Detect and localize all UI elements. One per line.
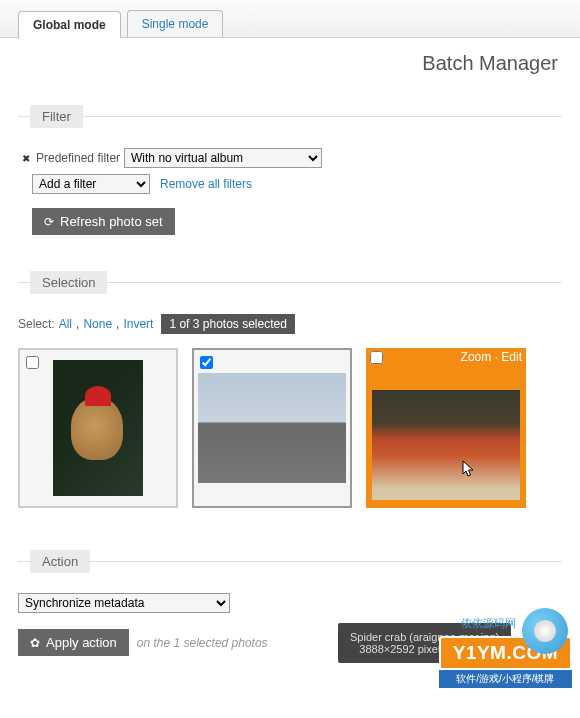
thumbnail-1[interactable] bbox=[18, 348, 178, 508]
remove-all-filters-link[interactable]: Remove all filters bbox=[160, 177, 252, 191]
selection-fieldset: Selection Select: All, None, Invert 1 of… bbox=[18, 271, 562, 528]
tab-single-mode[interactable]: Single mode bbox=[127, 10, 224, 37]
refresh-icon: ⟳ bbox=[44, 215, 54, 229]
select-label: Select: bbox=[18, 317, 55, 331]
add-filter-select[interactable]: Add a filter bbox=[32, 174, 150, 194]
filter-fieldset: Filter ✖ Predefined filter With no virtu… bbox=[18, 105, 562, 249]
selection-legend: Selection bbox=[30, 271, 107, 294]
zoom-link[interactable]: Zoom bbox=[461, 350, 492, 364]
watermark-bubble-icon bbox=[522, 608, 568, 654]
mouse-cursor-icon bbox=[462, 460, 476, 478]
tab-global-mode[interactable]: Global mode bbox=[18, 11, 121, 38]
apply-action-button[interactable]: ✿ Apply action bbox=[18, 629, 129, 656]
refresh-button-label: Refresh photo set bbox=[60, 214, 163, 229]
watermark: 依依源码网 Y1YM.COM 软件/游戏/小程序/棋牌 bbox=[439, 636, 572, 688]
select-none-link[interactable]: None bbox=[83, 317, 112, 331]
select-invert-link[interactable]: Invert bbox=[123, 317, 153, 331]
gear-icon: ✿ bbox=[30, 636, 40, 650]
predefined-filter-label: Predefined filter bbox=[36, 151, 120, 165]
apply-hint: on the 1 selected photos bbox=[137, 636, 268, 650]
refresh-photo-set-button[interactable]: ⟳ Refresh photo set bbox=[32, 208, 175, 235]
page-title: Batch Manager bbox=[0, 38, 580, 83]
thumbnail-3[interactable]: Zoom · Edit bbox=[366, 348, 526, 508]
filter-legend: Filter bbox=[30, 105, 83, 128]
watermark-brand: 依依源码网 bbox=[461, 616, 516, 631]
selection-count: 1 of 3 photos selected bbox=[161, 314, 294, 334]
edit-link[interactable]: Edit bbox=[501, 350, 522, 364]
watermark-subtitle: 软件/游戏/小程序/棋牌 bbox=[439, 670, 572, 688]
remove-filter-icon[interactable]: ✖ bbox=[22, 153, 30, 164]
thumb-image-1 bbox=[53, 360, 143, 496]
select-all-link[interactable]: All bbox=[59, 317, 72, 331]
thumb-checkbox-2[interactable] bbox=[200, 356, 213, 369]
thumb-image-2 bbox=[198, 373, 346, 483]
thumb-checkbox-1[interactable] bbox=[26, 356, 39, 369]
action-select[interactable]: Synchronize metadata bbox=[18, 593, 230, 613]
predefined-filter-select[interactable]: With no virtual album bbox=[124, 148, 322, 168]
thumb-checkbox-3[interactable] bbox=[370, 351, 383, 364]
thumb-image-3 bbox=[372, 390, 520, 500]
thumbnail-2[interactable] bbox=[192, 348, 352, 508]
apply-button-label: Apply action bbox=[46, 635, 117, 650]
action-legend: Action bbox=[30, 550, 90, 573]
